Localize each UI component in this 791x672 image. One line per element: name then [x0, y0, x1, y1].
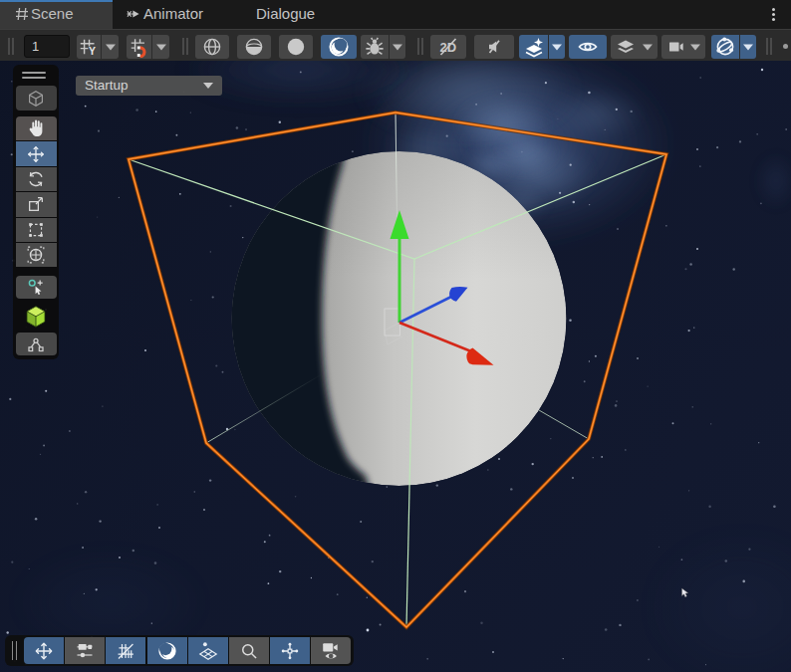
- svg-text:Y: Y: [89, 46, 96, 57]
